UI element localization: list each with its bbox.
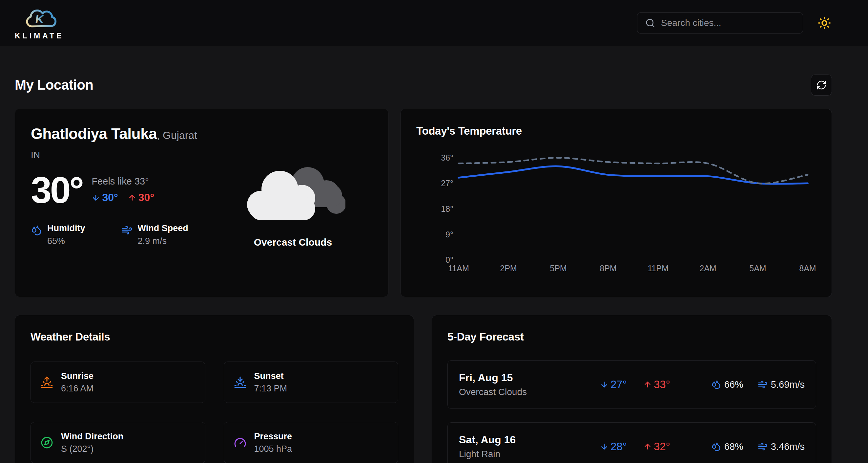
main-content: My Location Ghatlodiya Taluka, Gujarat I… xyxy=(0,46,868,463)
current-weather-card: Ghatlodiya Taluka, Gujarat IN 30° Feels … xyxy=(15,109,389,297)
forecast-humidity: 68% xyxy=(711,441,743,452)
detail-wind-direction: Wind Direction S (202°) xyxy=(31,422,205,463)
feels-like-text: Feels like 33° xyxy=(92,176,154,187)
forecast-row: Fri, Aug 15 Overcast Clouds 27° 33° xyxy=(447,360,816,409)
weather-details-title: Weather Details xyxy=(31,331,398,343)
forecast-humidity: 66% xyxy=(711,379,743,390)
sun-icon xyxy=(817,16,831,30)
detail-pressure: Pressure 1005 hPa xyxy=(224,422,399,463)
klimate-cloud-icon: K xyxy=(20,6,59,30)
min-temperature: 30° xyxy=(92,192,118,204)
axis-tick-label: 0° xyxy=(445,255,453,264)
axis-tick-label: 8AM xyxy=(799,264,816,273)
axis-tick-label: 2PM xyxy=(500,264,517,273)
weather-details-card: Weather Details Sunrise 6:16 AM xyxy=(15,315,414,463)
wind-icon xyxy=(758,380,768,389)
wind-speed-label: Wind Speed xyxy=(138,223,188,233)
axis-tick-label: 18° xyxy=(441,204,453,213)
arrow-up-icon xyxy=(643,380,652,389)
search-icon xyxy=(645,18,655,28)
wind-icon xyxy=(121,225,132,236)
sunrise-icon xyxy=(41,376,53,388)
axis-tick-label: 11AM xyxy=(448,264,469,273)
humidity-stat: Humidity 65% xyxy=(31,223,85,246)
forecast-max-temp: 33° xyxy=(643,378,670,391)
droplets-icon xyxy=(711,442,721,452)
forecast-row: Sat, Aug 16 Light Rain 28° 32° xyxy=(447,422,816,463)
wind-icon xyxy=(758,442,768,452)
compass-icon xyxy=(41,436,53,449)
arrow-down-icon xyxy=(600,380,609,389)
klimate-logo[interactable]: K KLIMATE xyxy=(15,6,64,40)
axis-tick-label: 8PM xyxy=(600,264,616,273)
five-day-forecast-card: 5-Day Forecast Fri, Aug 15 Overcast Clou… xyxy=(432,315,832,463)
arrow-up-icon xyxy=(643,442,652,451)
detail-sunrise: Sunrise 6:16 AM xyxy=(31,361,205,403)
detail-sunset: Sunset 7:13 PM xyxy=(224,361,399,403)
forecast-title: 5-Day Forecast xyxy=(447,331,816,343)
axis-tick-label: 2AM xyxy=(700,264,716,273)
condition-text: Overcast Clouds xyxy=(254,237,332,248)
axis-tick-label: 11PM xyxy=(648,264,668,273)
forecast-min-temp: 28° xyxy=(600,440,627,453)
forecast-wind: 5.69m/s xyxy=(758,379,805,390)
todays-temperature-card: Today's Temperature 0°9°18°27°36°11AM2PM… xyxy=(401,109,832,297)
condition-display: Overcast Clouds xyxy=(214,125,372,281)
brand-name: KLIMATE xyxy=(15,31,64,40)
arrow-down-icon xyxy=(600,442,609,451)
arrow-up-icon xyxy=(128,194,136,202)
arrow-down-icon xyxy=(92,194,100,202)
humidity-label: Humidity xyxy=(47,223,85,233)
page-title: My Location xyxy=(15,77,93,93)
svg-text:K: K xyxy=(34,12,45,26)
axis-tick-label: 36° xyxy=(441,153,453,162)
axis-tick-label: 5AM xyxy=(749,264,766,273)
theme-toggle-button[interactable] xyxy=(817,16,831,30)
droplets-icon xyxy=(711,380,721,389)
max-temperature: 30° xyxy=(128,192,154,204)
temperature-chart: 0°9°18°27°36°11AM2PM5PM8PM11PM2AM5AM8AM xyxy=(401,109,832,297)
refresh-button[interactable] xyxy=(811,75,832,95)
search-box[interactable] xyxy=(637,12,803,33)
feels_like-line xyxy=(459,157,808,183)
gauge-icon xyxy=(234,436,246,449)
overcast-clouds-icon xyxy=(241,158,345,233)
region-name: , Gujarat xyxy=(157,129,197,141)
humidity-value: 65% xyxy=(47,236,85,246)
forecast-min-temp: 27° xyxy=(600,378,627,391)
wind-speed-value: 2.9 m/s xyxy=(138,236,188,246)
current-temperature: 30° xyxy=(31,171,82,209)
country-code: IN xyxy=(31,150,214,160)
app-header: K KLIMATE xyxy=(0,0,868,46)
sunset-icon xyxy=(234,376,246,388)
refresh-icon xyxy=(816,80,827,90)
current-weather-info: Ghatlodiya Taluka, Gujarat IN 30° Feels … xyxy=(31,125,214,281)
forecast-wind: 3.46m/s xyxy=(758,441,805,452)
droplets-icon xyxy=(31,225,42,236)
forecast-max-temp: 32° xyxy=(643,440,670,453)
wind-stat: Wind Speed 2.9 m/s xyxy=(121,223,188,246)
city-name: Ghatlodiya Taluka, Gujarat xyxy=(31,125,214,143)
search-input[interactable] xyxy=(661,18,795,28)
axis-tick-label: 27° xyxy=(441,179,453,188)
axis-tick-label: 5PM xyxy=(550,264,566,273)
axis-tick-label: 9° xyxy=(445,230,453,239)
temperature-line xyxy=(459,166,808,184)
